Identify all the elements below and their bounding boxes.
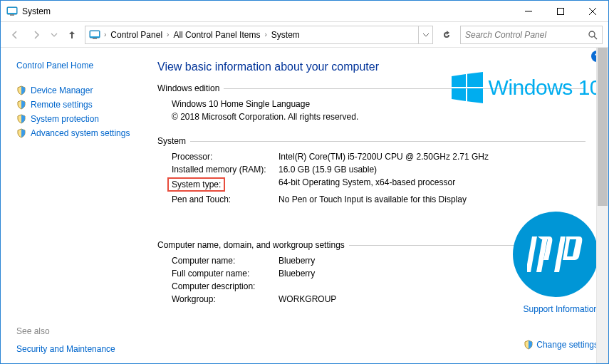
- section-header-text: System: [157, 136, 186, 146]
- search-input[interactable]: [461, 30, 583, 40]
- row-key: System type:: [172, 177, 279, 192]
- svg-point-10: [589, 31, 595, 37]
- svg-line-11: [594, 36, 597, 39]
- forward-button[interactable]: [28, 26, 45, 43]
- sidebar-item-label: System protection: [31, 114, 99, 124]
- section-header-text: Computer name, domain, and workgroup set…: [157, 240, 345, 250]
- row-val: 64-bit Operating System, x64-based proce…: [279, 177, 585, 192]
- address-dropdown[interactable]: [418, 26, 432, 43]
- svg-marker-15: [467, 88, 483, 103]
- windows-edition-block: Windows 10 Home Single Language © 2018 M…: [172, 98, 371, 123]
- row-val: WORKGROUP: [279, 294, 585, 304]
- see-also-label: See also: [16, 326, 135, 336]
- sidebar-bottom: See also Security and Maintenance: [16, 318, 135, 356]
- svg-rect-9: [93, 38, 97, 39]
- sidebar-item-label: Device Manager: [31, 85, 93, 95]
- row-val: Intel(R) Core(TM) i5-7200U CPU @ 2.50GHz…: [279, 152, 585, 162]
- breadcrumb[interactable]: › Control Panel › All Control Panel Item…: [85, 26, 433, 44]
- shield-icon: [16, 100, 26, 110]
- breadcrumb-system[interactable]: System: [270, 30, 301, 40]
- window-title: System: [22, 6, 51, 16]
- shield-icon: [16, 85, 26, 95]
- sidebar: Control Panel Home Device Manager Remote…: [1, 48, 143, 363]
- shield-icon: [524, 340, 533, 350]
- row-key: Full computer name:: [172, 269, 279, 279]
- windows-logo: Windows 10: [452, 72, 601, 103]
- system-info-table: Processor: Intel(R) Core(TM) i5-7200U CP…: [172, 150, 585, 206]
- maximize-button[interactable]: [544, 1, 576, 21]
- sidebar-item-label: Advanced system settings: [31, 128, 130, 138]
- chevron-right-icon[interactable]: ›: [261, 31, 269, 38]
- sidebar-item-label: Security and Maintenance: [16, 344, 115, 354]
- row-key: Processor:: [172, 152, 279, 162]
- section-header-text: Windows edition: [157, 83, 219, 93]
- sidebar-item-advanced-settings[interactable]: Advanced system settings: [16, 126, 135, 140]
- search-box[interactable]: [460, 26, 603, 44]
- breadcrumb-control-panel[interactable]: Control Panel: [109, 30, 164, 40]
- svg-rect-4: [557, 8, 563, 14]
- row-key: Pen and Touch:: [172, 194, 279, 204]
- svg-rect-2: [10, 14, 14, 16]
- scrollbar-thumb[interactable]: [598, 48, 608, 206]
- windows-logo-icon: [452, 72, 483, 103]
- content-area: Control Panel Home Device Manager Remote…: [1, 48, 608, 363]
- table-row: Pen and Touch: No Pen or Touch Input is …: [172, 193, 585, 206]
- svg-marker-14: [452, 88, 466, 101]
- system-breadcrumb-icon: [88, 29, 101, 41]
- control-panel-home-link[interactable]: Control Panel Home: [16, 61, 135, 71]
- svg-marker-12: [452, 74, 466, 87]
- windows-logo-text: Windows 10: [489, 76, 601, 100]
- table-row: Processor: Intel(R) Core(TM) i5-7200U CP…: [172, 150, 585, 163]
- chevron-right-icon[interactable]: ›: [101, 31, 109, 38]
- highlight-system-type: System type:: [167, 177, 225, 192]
- table-row: Installed memory (RAM): 16.0 GB (15.9 GB…: [172, 163, 585, 176]
- see-also-security-maintenance[interactable]: Security and Maintenance: [16, 342, 135, 356]
- support-information-link[interactable]: Support Information: [524, 304, 598, 314]
- breadcrumb-all-items[interactable]: All Control Panel Items: [172, 30, 261, 40]
- minimize-button[interactable]: [512, 1, 544, 21]
- vertical-scrollbar[interactable]: [596, 48, 608, 363]
- change-settings-link[interactable]: Change settings: [524, 340, 598, 350]
- svg-rect-8: [90, 31, 99, 36]
- table-row: System type: 64-bit Operating System, x6…: [172, 176, 585, 193]
- close-button[interactable]: [576, 1, 608, 21]
- search-icon[interactable]: [583, 30, 602, 40]
- row-val: No Pen or Touch Input is available for t…: [279, 194, 585, 204]
- change-settings-label: Change settings: [536, 340, 598, 350]
- title-bar: System: [1, 1, 608, 22]
- shield-icon: [16, 128, 26, 138]
- row-val: 16.0 GB (15.9 GB usable): [279, 165, 585, 175]
- svg-marker-13: [467, 72, 483, 87]
- sidebar-item-remote-settings[interactable]: Remote settings: [16, 98, 135, 112]
- row-key: Installed memory (RAM):: [172, 165, 279, 175]
- sidebar-item-label: Remote settings: [31, 100, 93, 110]
- sidebar-item-system-protection[interactable]: System protection: [16, 112, 135, 126]
- refresh-button[interactable]: [437, 26, 456, 44]
- system-app-icon: [6, 6, 18, 17]
- svg-marker-16: [527, 236, 537, 272]
- row-key: Computer name:: [172, 256, 279, 266]
- shield-icon: [16, 114, 26, 124]
- row-key: Computer description:: [172, 281, 279, 291]
- edition-name: Windows 10 Home Single Language: [172, 99, 310, 109]
- main-panel: ? View basic information about your comp…: [143, 48, 608, 363]
- recent-dropdown[interactable]: [49, 26, 59, 43]
- window-controls: [512, 1, 608, 21]
- hp-logo: [513, 212, 598, 297]
- sidebar-item-device-manager[interactable]: Device Manager: [16, 83, 135, 98]
- copyright-text: © 2018 Microsoft Corporation. All rights…: [172, 112, 358, 122]
- section-system: System: [157, 136, 585, 146]
- row-key: Workgroup:: [172, 294, 279, 304]
- nav-bar: › Control Panel › All Control Panel Item…: [1, 22, 608, 48]
- up-button[interactable]: [63, 26, 80, 43]
- back-button[interactable]: [6, 26, 24, 43]
- chevron-right-icon[interactable]: ›: [164, 31, 172, 38]
- svg-rect-1: [8, 8, 16, 13]
